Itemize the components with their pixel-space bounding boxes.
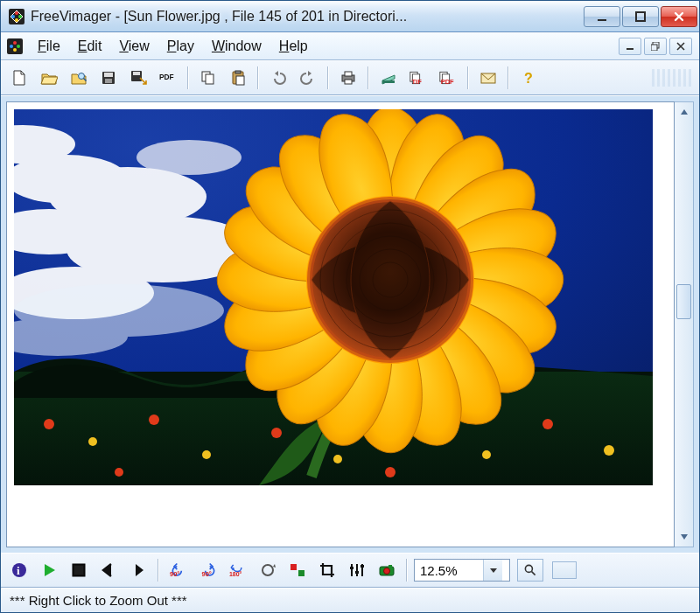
toolbar-separator <box>508 66 509 89</box>
rotate-180-icon[interactable]: 180° <box>225 557 251 583</box>
toolbar-separator <box>368 66 369 89</box>
hscroll-stub[interactable] <box>552 561 577 579</box>
toolbar-separator <box>327 66 329 89</box>
stop-icon[interactable] <box>66 557 92 583</box>
toolbar-separator <box>257 66 259 89</box>
displayed-image <box>14 109 653 485</box>
camera-icon[interactable] <box>374 557 400 583</box>
rotate-right-90-icon[interactable]: 90° <box>195 557 221 583</box>
titlebar[interactable]: FreeVimager - [Sun Flower.jpg , File 145… <box>1 1 699 32</box>
info-icon[interactable]: i <box>6 557 32 583</box>
zoom-dropdown-button[interactable] <box>483 560 502 581</box>
svg-point-50 <box>44 419 54 429</box>
toolbar-top: PDF TIF PDF ? <box>1 60 699 95</box>
window-title: FreeVimager - [Sun Flower.jpg , File 145… <box>31 9 584 24</box>
app-icon-small <box>6 38 24 55</box>
paste-icon[interactable] <box>225 65 251 91</box>
scanner-icon[interactable] <box>375 65 402 91</box>
zoom-combo[interactable] <box>414 559 510 582</box>
svg-rect-26 <box>236 76 244 85</box>
svg-point-10 <box>13 48 17 52</box>
scroll-track[interactable] <box>675 122 693 527</box>
svg-text:i: i <box>17 564 20 577</box>
undo-icon[interactable] <box>265 65 291 91</box>
svg-text:90°: 90° <box>170 571 179 579</box>
adjust-icon[interactable] <box>344 557 370 583</box>
scroll-up-button[interactable] <box>675 102 693 122</box>
svg-rect-25 <box>235 71 241 73</box>
rotate-left-90-icon[interactable]: 90° <box>165 557 192 583</box>
mdi-restore-button[interactable] <box>644 38 667 55</box>
save-as-icon[interactable] <box>125 65 151 91</box>
svg-rect-7 <box>7 38 23 54</box>
menu-window[interactable]: Window <box>203 35 270 58</box>
print-icon[interactable] <box>335 65 361 91</box>
svg-point-52 <box>149 414 159 425</box>
svg-rect-79 <box>298 570 304 576</box>
open-zoom-icon[interactable] <box>66 65 92 91</box>
menu-edit[interactable]: Edit <box>69 35 111 58</box>
svg-point-53 <box>202 450 211 459</box>
save-icon[interactable] <box>95 65 122 91</box>
image-viewport[interactable] <box>6 101 675 547</box>
toolbar-grip[interactable] <box>652 69 694 87</box>
vertical-scrollbar[interactable] <box>675 101 694 547</box>
svg-text:PDF: PDF <box>441 78 454 86</box>
svg-rect-85 <box>388 565 392 568</box>
redeye-icon[interactable] <box>284 557 311 583</box>
toolbar-separator <box>187 66 189 89</box>
scroll-thumb[interactable] <box>676 284 691 319</box>
scroll-down-button[interactable] <box>675 527 693 547</box>
svg-point-60 <box>115 468 123 477</box>
app-window: FreeVimager - [Sun Flower.jpg , File 145… <box>0 0 700 613</box>
svg-rect-29 <box>345 80 352 84</box>
svg-point-1 <box>15 11 18 15</box>
svg-text:90°: 90° <box>202 571 212 579</box>
svg-point-54 <box>271 428 282 438</box>
mdi-close-button[interactable] <box>669 38 692 55</box>
svg-point-77 <box>262 565 273 575</box>
prev-icon[interactable] <box>95 557 122 583</box>
svg-point-84 <box>384 568 390 575</box>
zoom-tool-button[interactable] <box>517 559 543 582</box>
copy-icon[interactable] <box>195 65 221 91</box>
svg-point-3 <box>15 18 18 22</box>
svg-rect-73 <box>74 566 83 575</box>
svg-rect-81 <box>355 571 359 574</box>
minimize-button[interactable] <box>584 6 620 27</box>
zoom-input[interactable] <box>415 561 483 580</box>
svg-point-61 <box>385 467 396 477</box>
rotate-free-icon[interactable] <box>255 557 281 583</box>
toolbar-separator <box>467 66 469 89</box>
client-area <box>1 95 699 553</box>
svg-rect-5 <box>598 19 606 21</box>
new-file-icon[interactable] <box>6 65 32 91</box>
multipage-pdf-icon[interactable]: PDF <box>435 65 461 91</box>
help-icon[interactable]: ? <box>515 65 542 91</box>
svg-text:180°: 180° <box>229 571 242 577</box>
app-icon <box>8 8 25 25</box>
svg-text:TIF: TIF <box>412 78 423 86</box>
redo-icon[interactable] <box>295 65 321 91</box>
menu-file[interactable]: File <box>29 35 69 58</box>
next-icon[interactable] <box>125 557 151 583</box>
crop-icon[interactable] <box>314 557 340 583</box>
close-button[interactable] <box>661 6 697 27</box>
play-icon[interactable] <box>36 557 62 583</box>
svg-point-45 <box>136 140 242 175</box>
svg-rect-28 <box>345 72 352 76</box>
status-text: *** Right Click to Zoom Out *** <box>10 593 187 608</box>
send-mail-icon[interactable] <box>475 65 501 91</box>
mdi-minimize-button[interactable] <box>619 38 641 55</box>
export-pdf-icon[interactable]: PDF <box>155 65 181 91</box>
svg-point-11 <box>10 45 13 48</box>
menu-play[interactable]: Play <box>158 35 203 58</box>
maximize-button[interactable] <box>622 6 659 27</box>
svg-rect-17 <box>104 73 113 77</box>
menu-help[interactable]: Help <box>270 35 317 58</box>
multipage-tif-icon[interactable]: TIF <box>405 65 431 91</box>
open-file-icon[interactable] <box>36 65 62 91</box>
menu-view[interactable]: View <box>110 35 158 58</box>
svg-rect-12 <box>626 48 634 50</box>
svg-rect-23 <box>206 74 214 84</box>
